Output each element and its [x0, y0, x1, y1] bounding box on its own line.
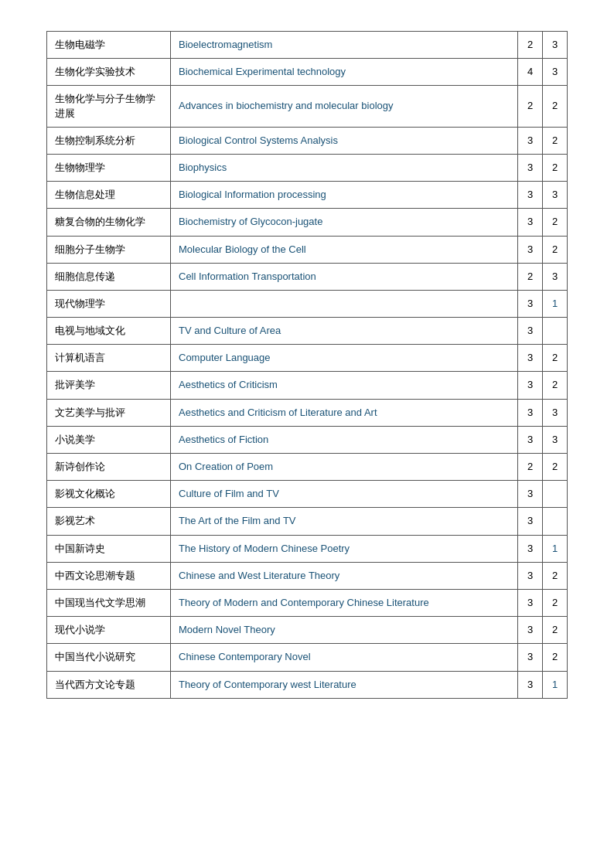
credit-number: 3 — [518, 426, 543, 453]
credit-number: 3 — [518, 644, 543, 671]
hour-number: 2 — [543, 86, 568, 127]
chinese-name: 影视艺术 — [47, 508, 171, 535]
english-name: Biophysics — [171, 154, 518, 181]
chinese-name: 中国新诗史 — [47, 535, 171, 562]
table-row: 计算机语言Computer Language32 — [47, 345, 568, 372]
credit-number: 3 — [518, 154, 543, 181]
chinese-name: 中西文论思潮专题 — [47, 562, 171, 589]
hour-number: 2 — [543, 154, 568, 181]
table-row: 生物电磁学Bioelectromagnetism23 — [47, 32, 568, 59]
english-name: Advances in biochemistry and molecular b… — [171, 86, 518, 127]
credit-number: 2 — [518, 263, 543, 290]
english-name: The Art of the Film and TV — [171, 508, 518, 535]
chinese-name: 生物化学与分子生物学进展 — [47, 86, 171, 127]
credit-number: 3 — [518, 209, 543, 236]
credit-number: 4 — [518, 59, 543, 86]
chinese-name: 细胞分子生物学 — [47, 236, 171, 263]
hour-number: 2 — [543, 127, 568, 154]
table-row: 糖复合物的生物化学Biochemistry of Glycocon-jugate… — [47, 209, 568, 236]
credit-number: 3 — [518, 562, 543, 589]
hour-number: 2 — [543, 617, 568, 644]
table-row: 生物化学与分子生物学进展Advances in biochemistry and… — [47, 86, 568, 127]
table-row: 文艺美学与批评Aesthetics and Criticism of Liter… — [47, 399, 568, 426]
english-name: Chinese Contemporary Novel — [171, 644, 518, 671]
english-name: Cell Information Transportation — [171, 263, 518, 290]
credit-number: 3 — [518, 481, 543, 508]
credit-number: 2 — [518, 86, 543, 127]
table-row: 批评美学Aesthetics of Criticism32 — [47, 372, 568, 399]
hour-number: 3 — [543, 399, 568, 426]
english-name: Molecular Biology of the Cell — [171, 236, 518, 263]
chinese-name: 文艺美学与批评 — [47, 399, 171, 426]
hour-number: 3 — [543, 426, 568, 453]
english-name: Biological Control Systems Analysis — [171, 127, 518, 154]
english-name — [171, 290, 518, 317]
table-row: 中国新诗史The History of Modern Chinese Poetr… — [47, 535, 568, 562]
table-row: 生物控制系统分析Biological Control Systems Analy… — [47, 127, 568, 154]
english-name: Computer Language — [171, 345, 518, 372]
chinese-name: 生物控制系统分析 — [47, 127, 171, 154]
english-name: Aesthetics of Criticism — [171, 372, 518, 399]
hour-number: 3 — [543, 59, 568, 86]
table-row: 生物信息处理Biological Information processing3… — [47, 182, 568, 209]
hour-number: 3 — [543, 32, 568, 59]
table-row: 电视与地域文化TV and Culture of Area3 — [47, 318, 568, 345]
chinese-name: 中国当代小说研究 — [47, 644, 171, 671]
chinese-name: 影视文化概论 — [47, 481, 171, 508]
english-name: On Creation of Poem — [171, 454, 518, 481]
table-row: 现代物理学31 — [47, 290, 568, 317]
course-table: 生物电磁学Bioelectromagnetism23生物化学实验技术Bioche… — [46, 31, 568, 699]
hour-number: 2 — [543, 589, 568, 616]
hour-number — [543, 481, 568, 508]
table-row: 现代小说学Modern Novel Theory32 — [47, 617, 568, 644]
english-name: Biochemical Experimental technology — [171, 59, 518, 86]
english-name: TV and Culture of Area — [171, 318, 518, 345]
english-name: Theory of Modern and Contemporary Chines… — [171, 589, 518, 616]
chinese-name: 生物物理学 — [47, 154, 171, 181]
hour-number: 2 — [543, 454, 568, 481]
chinese-name: 新诗创作论 — [47, 454, 171, 481]
table-row: 细胞分子生物学Molecular Biology of the Cell32 — [47, 236, 568, 263]
english-name: Biological Information processing — [171, 182, 518, 209]
english-name: Theory of Contemporary west Literature — [171, 671, 518, 698]
chinese-name: 小说美学 — [47, 426, 171, 453]
chinese-name: 计算机语言 — [47, 345, 171, 372]
credit-number: 3 — [518, 318, 543, 345]
english-name: Modern Novel Theory — [171, 617, 518, 644]
hour-number: 2 — [543, 345, 568, 372]
table-row: 中国现当代文学思潮Theory of Modern and Contempora… — [47, 589, 568, 616]
credit-number: 3 — [518, 617, 543, 644]
hour-number — [543, 508, 568, 535]
credit-number: 3 — [518, 589, 543, 616]
credit-number: 3 — [518, 535, 543, 562]
chinese-name: 批评美学 — [47, 372, 171, 399]
english-name: Chinese and West Literature Theory — [171, 562, 518, 589]
english-name: Biochemistry of Glycocon-jugate — [171, 209, 518, 236]
hour-number: 2 — [543, 209, 568, 236]
table-row: 影视艺术The Art of the Film and TV3 — [47, 508, 568, 535]
chinese-name: 中国现当代文学思潮 — [47, 589, 171, 616]
credit-number: 3 — [518, 372, 543, 399]
table-row: 细胞信息传递Cell Information Transportation23 — [47, 263, 568, 290]
credit-number: 3 — [518, 182, 543, 209]
chinese-name: 现代物理学 — [47, 290, 171, 317]
credit-number: 2 — [518, 32, 543, 59]
credit-number: 3 — [518, 127, 543, 154]
table-row: 小说美学Aesthetics of Fiction33 — [47, 426, 568, 453]
chinese-name: 生物电磁学 — [47, 32, 171, 59]
table-row: 中国当代小说研究Chinese Contemporary Novel32 — [47, 644, 568, 671]
table-row: 当代西方文论专题Theory of Contemporary west Lite… — [47, 671, 568, 698]
chinese-name: 现代小说学 — [47, 617, 171, 644]
table-row: 生物物理学Biophysics32 — [47, 154, 568, 181]
credit-number: 3 — [518, 290, 543, 317]
hour-number: 1 — [543, 535, 568, 562]
table-row: 影视文化概论Culture of Film and TV3 — [47, 481, 568, 508]
hour-number: 1 — [543, 290, 568, 317]
english-name: Aesthetics and Criticism of Literature a… — [171, 399, 518, 426]
chinese-name: 电视与地域文化 — [47, 318, 171, 345]
credit-number: 3 — [518, 236, 543, 263]
hour-number — [543, 318, 568, 345]
credit-number: 3 — [518, 399, 543, 426]
english-name: The History of Modern Chinese Poetry — [171, 535, 518, 562]
hour-number: 2 — [543, 644, 568, 671]
